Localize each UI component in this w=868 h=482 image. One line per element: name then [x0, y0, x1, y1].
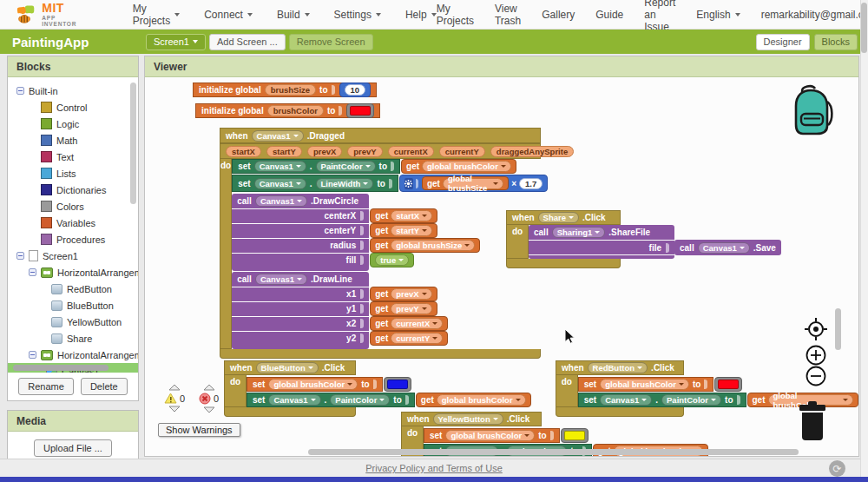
link-guide[interactable]: Guide [595, 9, 623, 21]
tree-item-screen1[interactable]: Screen1 [8, 248, 138, 264]
palette-item-procedures[interactable]: Procedures [8, 231, 138, 248]
arrow-up-icon[interactable] [168, 384, 181, 391]
color-block[interactable] [561, 428, 589, 443]
number-field[interactable]: 1.7 [519, 178, 542, 189]
menu-my-projects[interactable]: My Projects [133, 3, 180, 27]
palette-item-math[interactable]: Math [8, 132, 138, 149]
component-dropdown[interactable]: Canvas1 [254, 178, 306, 189]
variable-dropdown[interactable]: global brushSize [391, 240, 475, 251]
designer-button[interactable]: Designer [756, 34, 810, 50]
block-get-global-brushsize[interactable]: getglobal brushSize [370, 238, 480, 253]
account-menu[interactable]: remarkability@gmail.com [761, 9, 868, 21]
workspace-horizontal-scrollbar[interactable] [308, 449, 799, 455]
block-get-startx[interactable]: getstartX [370, 208, 437, 223]
event-param[interactable]: startX [226, 146, 261, 157]
variable-dropdown[interactable]: global brushSize [443, 178, 503, 189]
arrow-down-icon[interactable] [168, 406, 181, 413]
block-get-global-brushcolor[interactable]: getglobal brushColor [416, 393, 531, 407]
block-when-canvas-dragged[interactable]: when Canvas1 .Dragged startX startY prev… [220, 128, 541, 359]
collapse-icon[interactable] [16, 87, 24, 95]
remove-screen-button[interactable]: Remove Screen [289, 34, 373, 50]
app-inventor-logo[interactable]: MIT APP INVENTOR [14, 2, 82, 27]
component-dropdown[interactable]: Sharing1 [552, 227, 606, 238]
block-call-sharefile[interactable]: call Sharing1 .ShareFile file call Canva… [529, 225, 781, 259]
menu-settings[interactable]: Settings [334, 3, 381, 27]
variable-dropdown[interactable]: prevX [391, 288, 431, 300]
tree-item-yellowbutton[interactable]: YellowButton [8, 314, 138, 330]
blocks-button[interactable]: Blocks [814, 34, 858, 50]
variable-dropdown[interactable]: startY [391, 225, 432, 236]
collapse-icon[interactable] [29, 268, 36, 276]
variable-name-field[interactable]: brushColor [267, 105, 324, 116]
block-get-currenty[interactable]: getcurrentY [370, 331, 448, 346]
tree-vertical-scrollbar[interactable] [130, 83, 136, 204]
tree-item-built-in[interactable]: Built-in [8, 83, 138, 99]
component-dropdown[interactable]: Share [538, 212, 579, 223]
event-param[interactable]: prevY [347, 146, 382, 157]
palette-item-variables[interactable]: Variables [8, 215, 138, 231]
upload-file-button[interactable]: Upload File ... [34, 439, 112, 457]
blocks-workspace[interactable]: initialize global brushSize to 10 initia… [145, 78, 858, 456]
tree-item-share[interactable]: Share [8, 330, 138, 347]
number-field[interactable]: 10 [345, 84, 366, 96]
arrow-down-icon[interactable] [203, 406, 215, 413]
collapse-icon[interactable] [16, 252, 24, 260]
tree-horizontal-scrollbar[interactable] [13, 365, 108, 371]
component-dropdown[interactable]: RedButton [588, 362, 648, 373]
block-init-global-brushcolor[interactable]: initialize global brushColor to [195, 103, 380, 118]
block-get-prevy[interactable]: getprevY [370, 301, 437, 316]
block-init-global-brushsize[interactable]: initialize global brushSize to 10 [193, 83, 377, 97]
privacy-terms-link[interactable]: Privacy Policy and Terms of Use [0, 463, 868, 473]
variable-dropdown[interactable]: global brushColor [437, 394, 526, 406]
collapse-icon[interactable] [29, 351, 36, 359]
backpack-icon[interactable] [788, 83, 837, 140]
event-param[interactable]: currentX [388, 146, 434, 157]
zoom-in-icon[interactable] [805, 344, 827, 366]
show-warnings-button[interactable]: Show Warnings [158, 423, 240, 437]
block-get-starty[interactable]: getstartY [370, 223, 437, 238]
link-view-trash[interactable]: View Trash [495, 3, 521, 27]
property-dropdown[interactable]: PaintColor [330, 394, 390, 406]
palette-item-text[interactable]: Text [8, 149, 138, 165]
mutator-gear-icon[interactable] [404, 178, 413, 189]
variable-dropdown[interactable]: prevY [391, 303, 431, 314]
property-dropdown[interactable]: LineWidth [316, 178, 374, 189]
color-block[interactable] [384, 377, 411, 392]
block-set-global-brushcolor[interactable]: set global brushColor to [578, 377, 743, 392]
event-param[interactable]: startY [266, 146, 302, 157]
block-get-prevx[interactable]: getprevX [370, 287, 437, 301]
block-call-drawline[interactable]: call Canvas1 .DrawLine x1 getprevX y1 ge… [232, 272, 448, 349]
variable-dropdown[interactable]: global brushColor [445, 430, 535, 441]
tree-item-arrangement2[interactable]: HorizontalArrangement [8, 347, 138, 363]
block-when-bluebutton-click[interactable]: when BlueButton .Click do set global bru… [224, 360, 531, 417]
center-blocks-icon[interactable] [805, 318, 827, 340]
menu-connect[interactable]: Connect [204, 3, 253, 27]
variable-dropdown[interactable]: currentY [391, 333, 443, 344]
variable-dropdown[interactable]: global brushColor [268, 379, 358, 390]
component-dropdown[interactable]: YellowButton [433, 413, 503, 425]
component-dropdown[interactable]: Canvas1 [600, 394, 652, 406]
component-dropdown[interactable]: Canvas1 [255, 274, 307, 285]
property-dropdown[interactable]: PaintColor [661, 394, 721, 406]
component-dropdown[interactable]: Canvas1 [698, 242, 750, 254]
color-block[interactable] [346, 103, 374, 118]
page-scrollbar-thumb[interactable] [861, 3, 867, 53]
tree-item-arrangement1[interactable]: HorizontalArrangement [8, 264, 138, 281]
palette-item-dictionaries[interactable]: Dictionaries [8, 182, 138, 198]
palette-item-control[interactable]: Control [8, 99, 138, 116]
workspace-vertical-scrollbar[interactable] [835, 308, 841, 350]
block-set-global-brushcolor[interactable]: set global brushColor to [247, 377, 411, 392]
component-dropdown[interactable]: Canvas1 [254, 161, 306, 172]
link-report-issue[interactable]: Report an Issue [644, 0, 675, 33]
rename-button[interactable]: Rename [18, 378, 74, 395]
variable-dropdown[interactable]: global brushColor [600, 379, 689, 390]
tree-item-redbutton[interactable]: RedButton [8, 281, 138, 297]
block-set-paintcolor[interactable]: set Canvas1 . PaintColor to getglobal br… [232, 159, 516, 174]
palette-item-logic[interactable]: Logic [8, 116, 138, 132]
variable-dropdown[interactable]: global brushColor [422, 161, 511, 172]
component-dropdown[interactable]: Canvas1 [252, 130, 304, 142]
event-param[interactable]: draggedAnySprite [490, 146, 574, 157]
component-dropdown[interactable]: Canvas1 [255, 195, 307, 207]
block-when-share-click[interactable]: when Share .Click do call Sharing1 .Shar… [506, 210, 781, 268]
variable-dropdown[interactable]: startX [391, 210, 432, 221]
